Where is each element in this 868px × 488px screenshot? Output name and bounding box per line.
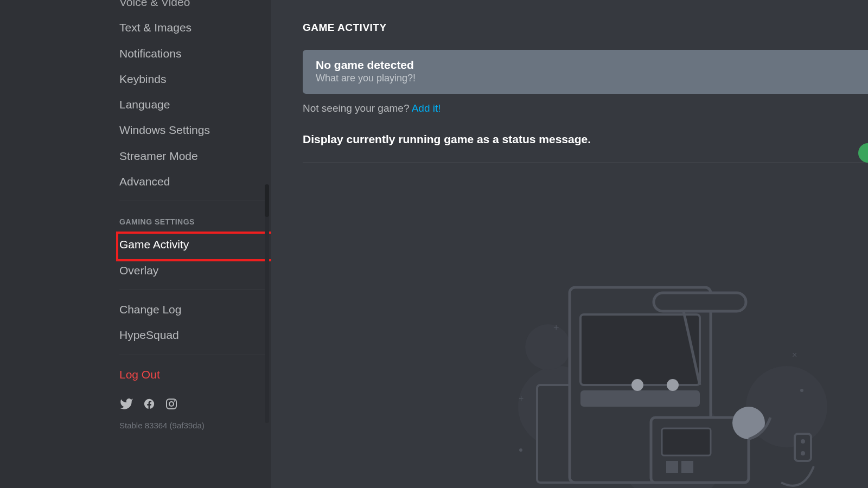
svg-point-5: [525, 324, 571, 370]
svg-text:+: +: [519, 394, 524, 403]
svg-rect-17: [654, 293, 746, 311]
status-toggle-switch[interactable]: [858, 143, 868, 163]
svg-rect-13: [580, 314, 700, 385]
svg-point-31: [519, 448, 522, 452]
sidebar-item-streamer-mode[interactable]: Streamer Mode: [119, 143, 266, 169]
facebook-icon[interactable]: [143, 398, 155, 412]
svg-point-15: [631, 379, 643, 391]
svg-rect-21: [666, 461, 678, 473]
svg-rect-22: [681, 461, 693, 473]
version-text: Stable 83364 (9af39da): [119, 418, 266, 430]
arcade-placeholder-art: + + ×: [499, 277, 846, 488]
sidebar-item-notifications[interactable]: Notifications: [119, 41, 266, 66]
sidebar-item-keybinds[interactable]: Keybinds: [119, 66, 266, 92]
status-toggle-label: Display currently running game as a stat…: [303, 133, 868, 146]
svg-rect-24: [795, 434, 811, 461]
sidebar-item-logout[interactable]: Log Out: [119, 362, 266, 387]
sidebar-item-voice-video[interactable]: Voice & Video: [119, 0, 266, 15]
svg-point-1: [169, 402, 174, 406]
left-gutter: [0, 0, 108, 488]
divider: [303, 162, 868, 163]
section-header-gaming: GAMING SETTINGS: [119, 208, 266, 232]
sidebar-item-windows-settings[interactable]: Windows Settings: [119, 117, 266, 143]
sidebar-item-hypesquad[interactable]: HypeSquad: [119, 322, 266, 348]
status-title: No game detected: [316, 59, 855, 72]
svg-rect-20: [662, 428, 711, 455]
svg-point-16: [667, 379, 679, 391]
helper-line: Not seeing your game? Add it!: [303, 102, 868, 114]
add-game-link[interactable]: Add it!: [412, 102, 441, 114]
svg-point-25: [801, 439, 805, 444]
scrollbar-track[interactable]: [265, 184, 269, 423]
sidebar-item-overlay[interactable]: Overlay: [119, 258, 266, 283]
divider: [119, 201, 266, 201]
divider: [119, 355, 266, 355]
svg-rect-14: [580, 390, 700, 407]
divider: [119, 290, 266, 290]
settings-sidebar: Voice & Video Text & Images Notification…: [108, 0, 271, 488]
svg-point-2: [174, 400, 175, 401]
sidebar-item-advanced[interactable]: Advanced: [119, 169, 266, 194]
page-title: GAME ACTIVITY: [303, 22, 868, 34]
game-status-card: No game detected What are you playing?!: [303, 50, 868, 94]
sidebar-item-language[interactable]: Language: [119, 92, 266, 117]
svg-point-30: [800, 389, 803, 392]
scrollbar-thumb[interactable]: [265, 184, 269, 217]
svg-text:+: +: [553, 322, 559, 333]
sidebar-item-text-images[interactable]: Text & Images: [119, 15, 266, 40]
main-content: GAME ACTIVITY No game detected What are …: [271, 0, 868, 488]
twitter-icon[interactable]: [119, 397, 133, 413]
instagram-icon[interactable]: [165, 397, 178, 413]
sidebar-item-game-activity[interactable]: Game Activity: [119, 232, 266, 257]
status-subtitle: What are you playing?!: [316, 73, 855, 84]
helper-text: Not seeing your game?: [303, 102, 412, 114]
svg-point-26: [801, 451, 805, 455]
social-links: [119, 387, 266, 418]
svg-text:×: ×: [792, 350, 797, 359]
sidebar-item-change-log[interactable]: Change Log: [119, 297, 266, 322]
